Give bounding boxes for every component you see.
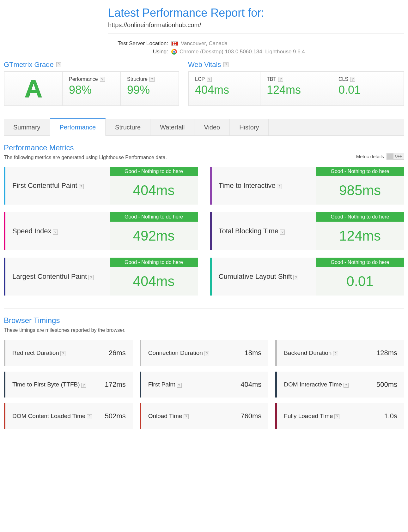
structure-label: Structure xyxy=(127,76,148,82)
timing-value: 128ms xyxy=(376,349,397,357)
timing-name: Time to First Byte (TTFB) xyxy=(12,381,80,388)
help-icon[interactable]: ? xyxy=(177,383,182,388)
help-icon[interactable]: ? xyxy=(184,414,189,419)
tab-video[interactable]: Video xyxy=(194,119,230,135)
metric-card[interactable]: Speed Index ?Good - Nothing to do here49… xyxy=(4,212,198,250)
performance-metrics-subtitle: The following metrics are generated usin… xyxy=(4,155,167,160)
help-icon[interactable]: ? xyxy=(56,62,61,67)
timing-card[interactable]: DOM Interactive Time ?500ms xyxy=(275,372,404,398)
grade-letter: A xyxy=(24,76,42,101)
divider xyxy=(108,33,404,33)
tab-waterfall[interactable]: Waterfall xyxy=(150,119,194,135)
web-vitals-heading: Web Vitals ? xyxy=(188,61,228,69)
tbt-value: 124ms xyxy=(267,83,326,97)
help-icon[interactable]: ? xyxy=(350,77,355,82)
metric-name: Speed Index xyxy=(12,227,52,235)
metric-card[interactable]: Total Blocking Time ?Good - Nothing to d… xyxy=(210,212,405,250)
timing-value: 1.0s xyxy=(384,412,397,420)
help-icon[interactable]: ? xyxy=(149,77,155,82)
help-icon[interactable]: ? xyxy=(344,383,349,388)
metric-card[interactable]: Cumulative Layout Shift ?Good - Nothing … xyxy=(210,258,405,296)
help-icon[interactable]: ? xyxy=(79,184,84,189)
timing-value: 760ms xyxy=(241,412,261,420)
server-location-row: Test Server Location: Vancouver, Canada xyxy=(108,40,404,47)
help-icon[interactable]: ? xyxy=(277,184,282,189)
timing-name: First Paint xyxy=(148,381,175,388)
metric-status: Good - Nothing to do here xyxy=(110,212,198,222)
timing-value: 172ms xyxy=(105,380,126,389)
metric-status: Good - Nothing to do here xyxy=(110,258,198,267)
tab-history[interactable]: History xyxy=(230,119,269,135)
report-header: Latest Performance Report for: https://o… xyxy=(108,6,404,55)
metric-details-label: Metric details xyxy=(356,154,384,159)
metric-card[interactable]: Time to Interactive ?Good - Nothing to d… xyxy=(210,167,405,205)
metric-status: Good - Nothing to do here xyxy=(316,258,404,267)
metric-value: 0.01 xyxy=(316,267,404,296)
browser-timings-subtitle: These timings are milestones reported by… xyxy=(4,327,404,333)
timing-card[interactable]: Connection Duration ?18ms xyxy=(140,340,269,366)
help-icon[interactable]: ? xyxy=(293,275,298,280)
help-icon[interactable]: ? xyxy=(278,77,283,82)
help-icon[interactable]: ? xyxy=(334,414,339,419)
metric-name: Total Blocking Time xyxy=(219,227,279,235)
timing-name: Connection Duration xyxy=(148,350,203,356)
timing-card[interactable]: Backend Duration ?128ms xyxy=(275,340,404,366)
help-icon[interactable]: ? xyxy=(60,351,65,356)
help-icon[interactable]: ? xyxy=(53,230,58,235)
timing-name: DOM Interactive Time xyxy=(284,381,342,388)
metric-value: 404ms xyxy=(110,267,198,296)
metric-status: Good - Nothing to do here xyxy=(316,167,404,176)
using-label: Using: xyxy=(108,49,168,55)
metric-value: 492ms xyxy=(110,222,198,250)
metric-details-toggle[interactable]: OFF xyxy=(387,153,404,160)
metric-card[interactable]: First Contentful Paint ?Good - Nothing t… xyxy=(4,167,198,205)
help-icon[interactable]: ? xyxy=(223,62,228,67)
metric-value: 985ms xyxy=(316,176,404,205)
performance-value: 98% xyxy=(69,83,114,97)
timing-value: 404ms xyxy=(241,380,261,389)
timing-value: 26ms xyxy=(109,349,126,357)
using-row: Using: Chrome (Desktop) 103.0.5060.134, … xyxy=(108,49,404,55)
help-icon[interactable]: ? xyxy=(280,230,285,235)
timing-card[interactable]: Time to First Byte (TTFB) ?172ms xyxy=(4,372,133,398)
gtmetrix-grade-heading: GTmetrix Grade ? xyxy=(4,61,179,69)
timing-value: 18ms xyxy=(245,349,262,357)
browser-timings-title: Browser Timings xyxy=(4,316,404,325)
timing-card[interactable]: Onload Time ?760ms xyxy=(140,403,269,429)
timing-card[interactable]: Redirect Duration ?26ms xyxy=(4,340,133,366)
chrome-icon xyxy=(171,49,177,55)
metric-status: Good - Nothing to do here xyxy=(110,167,198,176)
gtmetrix-grade-box: A Performance? 98% Structure? 99% xyxy=(4,71,179,106)
metric-value: 404ms xyxy=(110,176,198,205)
metric-name: Cumulative Layout Shift xyxy=(219,272,292,280)
help-icon[interactable]: ? xyxy=(87,414,92,419)
help-icon[interactable]: ? xyxy=(88,275,94,280)
tab-bar: SummaryPerformanceStructureWaterfallVide… xyxy=(4,119,404,136)
server-location-value: Vancouver, Canada xyxy=(181,40,228,47)
help-icon[interactable]: ? xyxy=(81,383,86,388)
help-icon[interactable]: ? xyxy=(333,351,338,356)
using-value: Chrome (Desktop) 103.0.5060.134, Lightho… xyxy=(180,49,305,55)
metric-name: Largest Contentful Paint xyxy=(12,272,87,280)
timing-value: 500ms xyxy=(376,380,397,389)
timing-name: Fully Loaded Time xyxy=(284,413,333,419)
metric-card[interactable]: Largest Contentful Paint ?Good - Nothing… xyxy=(4,258,198,296)
help-icon[interactable]: ? xyxy=(100,77,105,82)
page-title: Latest Performance Report for: xyxy=(108,6,404,20)
tab-performance[interactable]: Performance xyxy=(50,118,106,136)
timing-card[interactable]: Fully Loaded Time ?1.0s xyxy=(275,403,404,429)
tab-summary[interactable]: Summary xyxy=(4,119,50,135)
timing-card[interactable]: DOM Content Loaded Time ?502ms xyxy=(4,403,133,429)
web-vitals-box: LCP? 404ms TBT? 124ms CLS? 0.01 xyxy=(188,71,404,106)
timing-card[interactable]: First Paint ?404ms xyxy=(140,372,269,398)
tab-structure[interactable]: Structure xyxy=(106,119,150,135)
help-icon[interactable]: ? xyxy=(204,351,209,356)
cls-value: 0.01 xyxy=(338,83,397,97)
tbt-label: TBT xyxy=(267,76,276,82)
help-icon[interactable]: ? xyxy=(207,77,212,82)
timing-name: DOM Content Loaded Time xyxy=(12,413,85,419)
performance-label: Performance xyxy=(69,76,98,82)
metric-status: Good - Nothing to do here xyxy=(316,212,404,222)
metric-name: Time to Interactive xyxy=(219,182,276,189)
timing-name: Redirect Duration xyxy=(12,350,59,356)
